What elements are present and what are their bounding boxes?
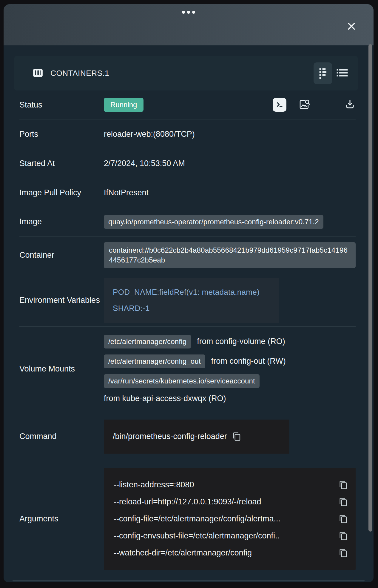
bulleted-list-icon [336,68,348,79]
command-value: /bin/prometheus-config-reloader [113,432,227,441]
copy-icon [339,480,348,489]
volume-mounts-label: Volume Mounts [19,363,104,375]
copy-icon [232,432,241,441]
mount-path-chip: /etc/alertmanager/config_out [104,354,205,368]
mount-line: /etc/alertmanager/config from config-vol… [104,335,356,348]
copy-argument-button[interactable] [339,549,348,558]
view-toggle-detail-button[interactable] [314,62,332,84]
close-icon [345,20,357,33]
argument-row: --config-file=/etc/alertmanager/config/a… [114,510,348,527]
copy-argument-button[interactable] [339,498,348,506]
container-id-chip: containerd://b0c622cb2b4a80ab55668421b97… [104,242,356,268]
copy-icon [339,549,348,558]
argument-value: --listen-address=:8080 [114,480,335,489]
copy-icon [339,498,348,506]
detail-list-icon [318,67,328,80]
container-details-dialog: CONTAINERS.1 St [4,4,374,582]
ports-label: Ports [19,128,104,140]
container-icon [32,67,44,80]
terminal-icon [275,100,284,110]
copy-argument-button[interactable] [339,515,348,523]
status-badge: Running [104,98,144,112]
started-at-label: Started At [19,157,104,170]
env-var-pod-name: POD_NAME:fieldRef(v1: metadata.name) [113,284,270,300]
image-pull-policy-value: IfNotPresent [104,188,356,197]
containers-section-bar: CONTAINERS.1 [14,56,358,90]
env-var-shard: SHARD:-1 [113,300,270,316]
mount-from-text: from config-volume (RO) [197,337,285,346]
argument-row: --listen-address=:8080 [114,476,348,493]
mount-path-chip: /etc/alertmanager/config [104,335,191,348]
row-started-at: Started At 2/7/2024, 10:53:50 AM [19,149,356,178]
row-volume-mounts: Volume Mounts /etc/alertmanager/config f… [19,327,356,411]
row-status: Status Running [19,90,356,119]
image-search-icon [299,99,311,111]
copy-argument-button[interactable] [339,532,348,541]
mount-line: from kube-api-access-dxwqx (RO) [104,394,356,403]
detail-rows: Status Running [19,90,356,576]
mount-from-text: from kube-api-access-dxwqx (RO) [104,394,226,403]
env-label: Environment Variables [19,294,104,306]
image-label: Image [19,216,104,228]
mount-line: /etc/alertmanager/config_out from config… [104,354,356,368]
close-button[interactable] [345,20,358,33]
row-arguments: Arguments --listen-address=:8080 --reloa… [19,462,356,576]
drag-handle-dots-icon [182,11,195,14]
row-container: Container containerd://b0c622cb2b4a80ab5… [19,237,356,274]
copy-icon [339,532,348,541]
image-pull-policy-label: Image Pull Policy [19,187,104,199]
env-panel: POD_NAME:fieldRef(v1: metadata.name) SHA… [104,278,279,323]
download-button[interactable] [344,99,356,111]
bottom-edge-strip [13,580,365,581]
mount-line: /var/run/secrets/kubernetes.io/serviceac… [104,374,356,388]
image-search-button[interactable] [299,99,311,111]
argument-row: --watched-dir=/etc/alertmanager/config [114,544,348,561]
row-image: Image quay.io/prometheus-operator/promet… [19,207,356,237]
row-ports: Ports reloader-web:(8080/TCP) [19,119,356,149]
argument-row: --reload-url=http://127.0.0.1:9093/-/rel… [114,493,348,510]
command-panel: /bin/prometheus-config-reloader [104,420,289,454]
started-at-value: 2/7/2024, 10:53:50 AM [104,159,356,168]
argument-value: --watched-dir=/etc/alertmanager/config [114,548,335,558]
arguments-panel: --listen-address=:8080 --reload-url=http… [104,468,356,570]
arguments-label: Arguments [19,513,104,525]
view-toggle-list-button[interactable] [334,66,350,81]
status-label: Status [19,99,104,111]
section-title: CONTAINERS.1 [50,69,109,78]
argument-value: --config-envsubst-file=/etc/alertmanager… [114,531,335,541]
command-label: Command [19,430,104,443]
copy-icon [339,515,348,523]
copy-argument-button[interactable] [339,480,348,489]
argument-value: --config-file=/etc/alertmanager/config/a… [114,514,335,523]
row-image-pull-policy: Image Pull Policy IfNotPresent [19,178,356,207]
argument-value: --reload-url=http://127.0.0.1:9093/-/rel… [114,497,335,506]
download-icon [344,99,356,111]
ports-value: reloader-web:(8080/TCP) [104,130,356,139]
mount-path-chip: /var/run/secrets/kubernetes.io/serviceac… [104,374,260,388]
terminal-button[interactable] [273,98,286,112]
mount-from-text: from config-out (RW) [211,357,286,366]
argument-row: --config-envsubst-file=/etc/alertmanager… [114,527,348,544]
dialog-header [4,4,374,45]
container-label: Container [19,249,104,261]
scrollbar-thumb[interactable] [368,44,372,532]
row-environment-variables: Environment Variables POD_NAME:fieldRef(… [19,274,356,327]
copy-command-button[interactable] [232,432,241,441]
row-command: Command /bin/prometheus-config-reloader [19,411,356,462]
image-chip: quay.io/prometheus-operator/prometheus-c… [104,215,323,229]
